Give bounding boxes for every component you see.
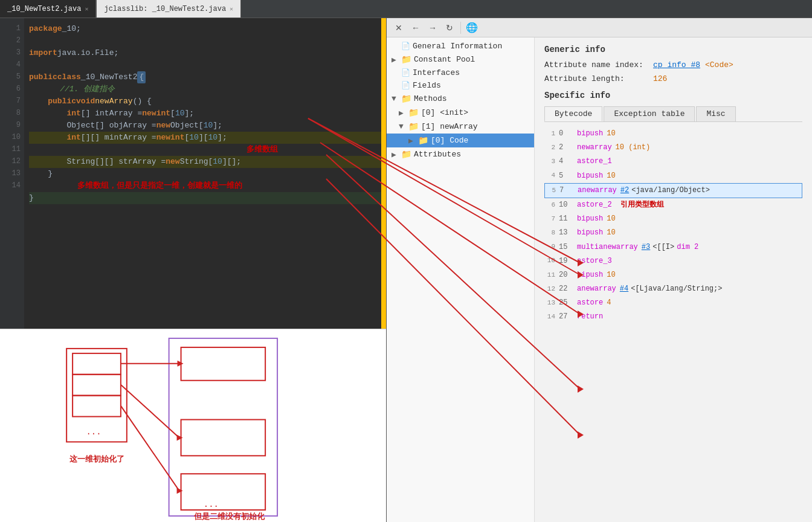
multidim-label: 多维数组	[29, 144, 278, 156]
bc-linenum-8: 8	[544, 228, 559, 239]
code-line-12: String[][] strArray = new String[10][];	[29, 156, 381, 168]
bc-linenum-10: 10	[544, 256, 559, 266]
tree-arrow-newarray: ▼	[399, 122, 406, 131]
attr-length-label: Attribute length:	[544, 74, 653, 83]
svg-line-13	[121, 406, 179, 491]
bc-instr-12: anewarray	[577, 283, 616, 295]
tree-icon-general: 📄	[401, 42, 410, 51]
tree-item-code[interactable]: ▶ 📁 [0] Code	[387, 134, 534, 147]
tree-item-init[interactable]: ▶ 📁 [0] <init>	[387, 106, 534, 120]
bc-instr-7: bipush	[577, 213, 603, 225]
bc-ref-12[interactable]: #4	[620, 283, 628, 295]
toolbar-separator	[460, 22, 461, 34]
editor-tab[interactable]: _10_NewTest2.java ✕	[0, 0, 96, 18]
bc-instr-9: multianewarray	[577, 242, 638, 253]
tree-icon-fields: 📄	[401, 81, 410, 90]
tree-item-constant-pool[interactable]: ▶ 📁 Constant Pool	[387, 53, 534, 66]
bc-offset-9: 15	[559, 242, 577, 253]
back-button[interactable]: ←	[408, 21, 423, 35]
globe-button[interactable]: 🌐	[465, 21, 479, 35]
bc-instr-4: bipush	[577, 170, 603, 182]
tab-exception-table[interactable]: Exception table	[604, 106, 695, 121]
jclasslib-body: 📄 General Information ▶ 📁 Constant Pool …	[387, 37, 812, 522]
bc-row-14: 14 27 return	[544, 310, 802, 324]
jclasslib-tab[interactable]: jclasslib: _10_NewTest2.java ✕	[96, 0, 241, 18]
tree-item-general-info[interactable]: 📄 General Information	[387, 40, 534, 53]
tree-icon-newarray: 📁	[408, 121, 419, 132]
bc-instr-10: astore_3	[577, 256, 612, 267]
code-line-11: 多维数组	[29, 144, 381, 156]
svg-text:这一维初始化了: 这一维初始化了	[69, 454, 124, 464]
bc-operand-8: 10	[607, 227, 615, 239]
jclasslib-panel: ✕ ← → ↻ 🌐 📄 General Information ▶ 📁	[387, 18, 812, 522]
tree-label-fields: Fields	[413, 81, 441, 90]
editor-scroll-area[interactable]: 12345 678910 11121314 package _10; impor…	[0, 18, 386, 329]
tree-label-cp: Constant Pool	[414, 55, 475, 64]
code-line-7: public void newArray() {	[29, 95, 381, 108]
jclasslib-tab-label: jclasslib: _10_NewTest2.java	[104, 5, 226, 13]
bc-instr-2: newarray	[577, 142, 612, 153]
bc-offset-3: 4	[559, 156, 577, 167]
refresh-button[interactable]: ↻	[442, 21, 457, 35]
bc-operand-11: 10	[607, 269, 615, 281]
tree-item-fields[interactable]: 📄 Fields	[387, 79, 534, 92]
svg-marker-14	[177, 488, 183, 494]
tab-misc[interactable]: Misc	[696, 106, 735, 121]
bc-linenum-6: 6	[544, 200, 559, 211]
code-line-10: int[][] mintArray = new int[10][10];	[29, 132, 381, 144]
bc-linenum-1: 1	[544, 129, 559, 140]
tree-icon-methods: 📁	[401, 94, 411, 104]
attr-name-label: Attribute name index:	[544, 60, 653, 69]
tree-icon-init: 📁	[408, 108, 419, 118]
multidim-note: 多维数组，但是只是指定一维，创建就是一维的	[29, 180, 242, 193]
bc-instr-5: anewarray	[578, 185, 617, 196]
code-line-3: import java.io.File;	[29, 47, 381, 59]
forward-button[interactable]: →	[425, 21, 440, 35]
attr-name-link[interactable]: cp_info #8	[653, 60, 700, 69]
svg-rect-5	[181, 347, 266, 381]
tree-icon-attributes: 📁	[401, 149, 411, 160]
bc-row-10: 10 19 astore_3	[544, 254, 802, 268]
tree-item-attributes[interactable]: ▶ 📁 Attributes	[387, 147, 534, 161]
bc-offset-2: 2	[559, 142, 577, 153]
bytecode-tabs: Bytecode Exception table Misc	[544, 106, 802, 122]
tree-label-attributes: Attributes	[414, 150, 461, 159]
bc-offset-8: 13	[559, 227, 577, 239]
bc-row-3: 3 4 astore_1	[544, 155, 802, 169]
bc-linenum-11: 11	[544, 270, 559, 281]
svg-rect-7	[181, 474, 266, 510]
tree-arrow-init: ▶	[399, 108, 406, 118]
bc-instr-13: astore	[577, 297, 603, 309]
bc-linenum-14: 14	[544, 312, 559, 323]
bc-instr-11: bipush	[577, 269, 603, 281]
editor-tab-close[interactable]: ✕	[85, 5, 88, 13]
jclasslib-tab-close[interactable]: ✕	[230, 5, 233, 13]
specific-info-title: Specific info	[544, 91, 802, 100]
tree-icon-cp: 📁	[401, 54, 411, 65]
bc-ref-5[interactable]: #2	[620, 185, 629, 196]
bc-linenum-12: 12	[544, 284, 559, 295]
bc-operand-7: 10	[607, 213, 615, 225]
bc-row-4: 4 5 bipush 10	[544, 169, 802, 183]
close-button[interactable]: ✕	[392, 21, 406, 35]
bytecode-table: 1 0 bipush 10 2 2 newarray 10 (int) 3	[544, 127, 802, 324]
attr-length-value: 126	[653, 74, 667, 83]
tree-arrow-fields	[392, 81, 399, 90]
bc-ref-9[interactable]: #3	[642, 242, 650, 253]
bc-note-6: 引用类型数组	[620, 199, 664, 211]
attr-length-row: Attribute length: 126	[544, 74, 802, 83]
bc-operand-4: 10	[607, 170, 615, 182]
tree-item-interfaces[interactable]: 📄 Interfaces	[387, 66, 534, 79]
bc-operand-2: 10 (int)	[616, 142, 651, 153]
tree-arrow-attributes: ▶	[392, 150, 399, 160]
bc-linenum-3: 3	[544, 156, 559, 167]
code-line-6: //1. 创建指令	[29, 83, 381, 95]
attr-name-value: <Code>	[705, 60, 733, 69]
tab-bytecode[interactable]: Bytecode	[544, 106, 602, 121]
code-line-1: package _10;	[29, 23, 381, 35]
tree-label-methods: Methods	[414, 94, 447, 103]
bc-offset-7: 11	[559, 213, 577, 225]
tree-item-methods[interactable]: ▼ 📁 Methods	[387, 92, 534, 106]
tree-item-newarray[interactable]: ▼ 📁 [1] newArray	[387, 120, 534, 134]
tree-panel: 📄 General Information ▶ 📁 Constant Pool …	[387, 37, 535, 522]
